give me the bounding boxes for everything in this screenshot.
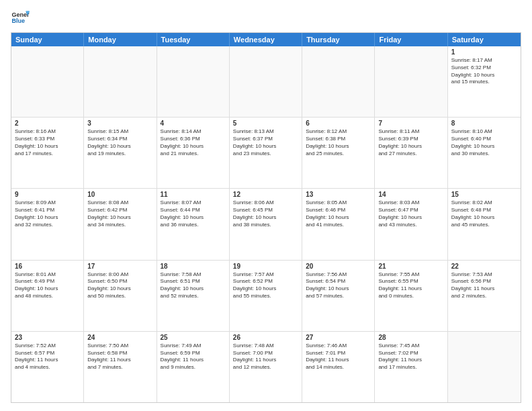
day-cell-26: 26Sunrise: 7:48 AMSunset: 7:00 PMDayligh…: [230, 332, 302, 402]
day-info: Sunrise: 7:55 AMSunset: 6:55 PMDaylight:…: [378, 271, 443, 300]
day-cell-2: 2Sunrise: 8:16 AMSunset: 6:33 PMDaylight…: [11, 118, 84, 188]
day-number: 14: [378, 191, 443, 198]
empty-cell: [230, 46, 302, 117]
day-info: Sunrise: 7:53 AMSunset: 6:56 PMDaylight:…: [451, 271, 517, 300]
day-cell-21: 21Sunrise: 7:55 AMSunset: 6:55 PMDayligh…: [375, 261, 447, 331]
day-info: Sunrise: 8:14 AMSunset: 6:36 PMDaylight:…: [161, 128, 226, 157]
day-cell-12: 12Sunrise: 8:06 AMSunset: 6:45 PMDayligh…: [230, 189, 302, 259]
day-number: 7: [378, 120, 443, 127]
day-number: 22: [451, 263, 517, 270]
day-info: Sunrise: 8:16 AMSunset: 6:33 PMDaylight:…: [15, 128, 80, 157]
header-day-sunday: Sunday: [11, 33, 84, 46]
day-info: Sunrise: 8:01 AMSunset: 6:49 PMDaylight:…: [15, 271, 80, 300]
logo: General Blue: [11, 8, 30, 27]
calendar-row-0: 1Sunrise: 8:17 AMSunset: 6:32 PMDaylight…: [11, 46, 521, 117]
day-number: 19: [233, 263, 298, 270]
day-cell-6: 6Sunrise: 8:12 AMSunset: 6:38 PMDaylight…: [302, 118, 375, 188]
empty-cell: [375, 46, 447, 117]
day-number: 25: [161, 334, 226, 341]
calendar: SundayMondayTuesdayWednesdayThursdayFrid…: [11, 32, 521, 403]
day-number: 17: [87, 263, 152, 270]
day-number: 21: [378, 263, 443, 270]
empty-cell: [11, 46, 84, 117]
day-info: Sunrise: 8:03 AMSunset: 6:47 PMDaylight:…: [378, 199, 443, 228]
day-cell-5: 5Sunrise: 8:13 AMSunset: 6:37 PMDaylight…: [230, 118, 302, 188]
day-number: 8: [451, 120, 517, 127]
day-info: Sunrise: 8:05 AMSunset: 6:46 PMDaylight:…: [306, 199, 371, 228]
day-cell-9: 9Sunrise: 8:09 AMSunset: 6:41 PMDaylight…: [11, 189, 84, 259]
day-cell-7: 7Sunrise: 8:11 AMSunset: 6:39 PMDaylight…: [375, 118, 447, 188]
day-cell-27: 27Sunrise: 7:46 AMSunset: 7:01 PMDayligh…: [302, 332, 375, 402]
day-number: 28: [378, 334, 443, 341]
header-day-wednesday: Wednesday: [230, 33, 302, 46]
logo-icon: General Blue: [11, 8, 30, 27]
empty-cell: [302, 46, 375, 117]
day-info: Sunrise: 7:49 AMSunset: 6:59 PMDaylight:…: [161, 342, 226, 371]
day-cell-23: 23Sunrise: 7:52 AMSunset: 6:57 PMDayligh…: [11, 332, 84, 402]
day-info: Sunrise: 8:10 AMSunset: 6:40 PMDaylight:…: [451, 128, 517, 157]
day-cell-25: 25Sunrise: 7:49 AMSunset: 6:59 PMDayligh…: [157, 332, 230, 402]
day-info: Sunrise: 7:45 AMSunset: 7:02 PMDaylight:…: [378, 342, 443, 371]
svg-text:Blue: Blue: [11, 17, 25, 24]
day-info: Sunrise: 7:48 AMSunset: 7:00 PMDaylight:…: [233, 342, 298, 371]
header-day-monday: Monday: [84, 33, 157, 46]
day-info: Sunrise: 7:46 AMSunset: 7:01 PMDaylight:…: [306, 342, 371, 371]
day-cell-10: 10Sunrise: 8:08 AMSunset: 6:42 PMDayligh…: [84, 189, 157, 259]
day-info: Sunrise: 8:15 AMSunset: 6:34 PMDaylight:…: [87, 128, 152, 157]
day-cell-15: 15Sunrise: 8:02 AMSunset: 6:48 PMDayligh…: [448, 189, 521, 259]
day-info: Sunrise: 7:58 AMSunset: 6:51 PMDaylight:…: [161, 271, 226, 300]
day-cell-3: 3Sunrise: 8:15 AMSunset: 6:34 PMDaylight…: [84, 118, 157, 188]
day-info: Sunrise: 8:08 AMSunset: 6:42 PMDaylight:…: [87, 199, 152, 228]
day-number: 2: [15, 120, 80, 127]
calendar-header: SundayMondayTuesdayWednesdayThursdayFrid…: [11, 33, 521, 46]
day-number: 12: [233, 191, 298, 198]
day-number: 13: [306, 191, 371, 198]
empty-cell: [157, 46, 230, 117]
day-cell-22: 22Sunrise: 7:53 AMSunset: 6:56 PMDayligh…: [448, 261, 521, 331]
day-number: 4: [161, 120, 226, 127]
day-number: 16: [15, 263, 80, 270]
day-number: 23: [15, 334, 80, 341]
day-info: Sunrise: 8:02 AMSunset: 6:48 PMDaylight:…: [451, 199, 517, 228]
calendar-row-2: 9Sunrise: 8:09 AMSunset: 6:41 PMDaylight…: [11, 188, 521, 259]
day-number: 18: [161, 263, 226, 270]
day-cell-4: 4Sunrise: 8:14 AMSunset: 6:36 PMDaylight…: [157, 118, 230, 188]
day-info: Sunrise: 8:17 AMSunset: 6:32 PMDaylight:…: [451, 57, 517, 86]
header: General Blue: [11, 8, 521, 27]
day-number: 24: [87, 334, 152, 341]
day-cell-8: 8Sunrise: 8:10 AMSunset: 6:40 PMDaylight…: [448, 118, 521, 188]
header-day-tuesday: Tuesday: [157, 33, 230, 46]
calendar-row-1: 2Sunrise: 8:16 AMSunset: 6:33 PMDaylight…: [11, 117, 521, 188]
day-info: Sunrise: 8:11 AMSunset: 6:39 PMDaylight:…: [378, 128, 443, 157]
day-cell-14: 14Sunrise: 8:03 AMSunset: 6:47 PMDayligh…: [375, 189, 447, 259]
day-cell-17: 17Sunrise: 8:00 AMSunset: 6:50 PMDayligh…: [84, 261, 157, 331]
day-number: 27: [306, 334, 371, 341]
day-info: Sunrise: 7:56 AMSunset: 6:54 PMDaylight:…: [306, 271, 371, 300]
day-number: 5: [233, 120, 298, 127]
empty-cell: [448, 332, 521, 402]
day-cell-13: 13Sunrise: 8:05 AMSunset: 6:46 PMDayligh…: [302, 189, 375, 259]
header-day-thursday: Thursday: [302, 33, 375, 46]
day-info: Sunrise: 8:00 AMSunset: 6:50 PMDaylight:…: [87, 271, 152, 300]
page: General Blue SundayMondayTuesdayWednesda…: [0, 0, 532, 411]
day-info: Sunrise: 8:06 AMSunset: 6:45 PMDaylight:…: [233, 199, 298, 228]
day-number: 9: [15, 191, 80, 198]
header-day-friday: Friday: [375, 33, 447, 46]
empty-cell: [84, 46, 157, 117]
day-cell-18: 18Sunrise: 7:58 AMSunset: 6:51 PMDayligh…: [157, 261, 230, 331]
day-info: Sunrise: 7:57 AMSunset: 6:52 PMDaylight:…: [233, 271, 298, 300]
day-info: Sunrise: 7:52 AMSunset: 6:57 PMDaylight:…: [15, 342, 80, 371]
day-info: Sunrise: 8:12 AMSunset: 6:38 PMDaylight:…: [306, 128, 371, 157]
day-cell-24: 24Sunrise: 7:50 AMSunset: 6:58 PMDayligh…: [84, 332, 157, 402]
day-number: 20: [306, 263, 371, 270]
day-number: 15: [451, 191, 517, 198]
day-number: 3: [87, 120, 152, 127]
day-number: 10: [87, 191, 152, 198]
day-info: Sunrise: 8:07 AMSunset: 6:44 PMDaylight:…: [161, 199, 226, 228]
header-day-saturday: Saturday: [448, 33, 521, 46]
day-info: Sunrise: 8:13 AMSunset: 6:37 PMDaylight:…: [233, 128, 298, 157]
day-info: Sunrise: 8:09 AMSunset: 6:41 PMDaylight:…: [15, 199, 80, 228]
day-cell-28: 28Sunrise: 7:45 AMSunset: 7:02 PMDayligh…: [375, 332, 447, 402]
day-number: 6: [306, 120, 371, 127]
day-cell-19: 19Sunrise: 7:57 AMSunset: 6:52 PMDayligh…: [230, 261, 302, 331]
